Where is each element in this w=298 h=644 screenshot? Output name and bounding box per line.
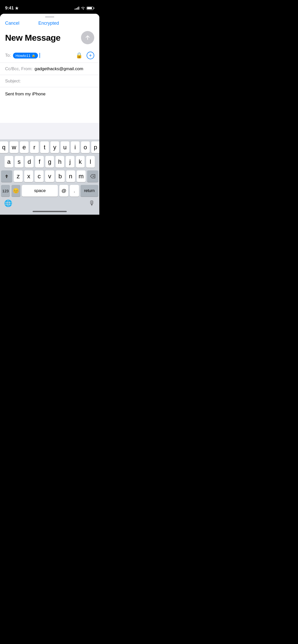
signal-bars (75, 7, 79, 10)
key-v[interactable]: v (45, 170, 54, 182)
body-signature: Sent from my iPhone (5, 91, 94, 97)
sheet-handle-area (0, 14, 99, 19)
recipient-chip[interactable]: Howto11 🔒 (13, 53, 38, 58)
encryption-lock-icon: 🔒 (76, 52, 83, 59)
home-bar (33, 211, 67, 212)
keyboard: q w e r t y u i o p a s d f g h j k (0, 139, 99, 215)
key-k[interactable]: k (76, 156, 85, 168)
keyboard-row-1: q w e r t y u i o p (1, 141, 98, 153)
status-time: 9:41 (5, 6, 19, 11)
to-field-row: To: Howto11 🔒 🔒 + (0, 48, 99, 63)
send-button[interactable] (81, 31, 94, 44)
keyboard-row-2: a s d f g h j k l (1, 156, 98, 168)
battery-icon (87, 7, 94, 10)
shift-key[interactable] (1, 170, 12, 182)
encrypted-title: Encrypted (38, 21, 59, 26)
time-label: 9:41 (5, 6, 14, 11)
body-area[interactable]: Sent from my iPhone (0, 87, 99, 123)
compose-sheet: Cancel Encrypted New Message To: Howto11… (0, 14, 99, 215)
to-field-actions: 🔒 + (76, 52, 94, 59)
cc-label: Cc/Bcc, From: (5, 66, 33, 71)
cc-field-row[interactable]: Cc/Bcc, From: gadgethacks@gmail.com (0, 63, 99, 75)
subject-field-row[interactable]: Subject: (0, 75, 99, 87)
key-c[interactable]: c (35, 170, 44, 182)
wifi-icon (81, 7, 85, 10)
key-h[interactable]: h (56, 156, 64, 168)
keyboard-row-3: z x c v b n m (1, 170, 98, 182)
key-a[interactable]: a (5, 156, 13, 168)
home-indicator (0, 209, 99, 215)
key-q[interactable]: q (0, 141, 8, 153)
key-g[interactable]: g (45, 156, 54, 168)
key-z[interactable]: z (14, 170, 23, 182)
key-x[interactable]: x (24, 170, 33, 182)
key-f[interactable]: f (35, 156, 44, 168)
key-n[interactable]: n (66, 170, 75, 182)
recipient-name: Howto11 (16, 53, 31, 58)
subject-label: Subject: (5, 79, 21, 84)
key-b[interactable]: b (56, 170, 65, 182)
key-e[interactable]: e (20, 141, 29, 153)
key-i[interactable]: i (71, 141, 79, 153)
cc-field-value: gadgethacks@gmail.com (35, 66, 83, 71)
title-row: New Message (0, 29, 99, 48)
shift-icon (4, 174, 9, 179)
key-o[interactable]: o (81, 141, 90, 153)
to-label: To: (5, 53, 11, 58)
return-key[interactable]: return (80, 185, 98, 197)
status-icons (75, 7, 94, 10)
key-s[interactable]: s (15, 156, 23, 168)
text-cursor (39, 53, 40, 58)
key-d[interactable]: d (25, 156, 34, 168)
at-key[interactable]: @ (59, 185, 68, 197)
numbers-key[interactable]: 123 (1, 185, 10, 197)
keyboard-row-4: 123 😊 space @ . return (1, 185, 98, 197)
new-message-heading: New Message (5, 33, 61, 43)
form-area: To: Howto11 🔒 🔒 + Cc/Bcc, From: gadgetha… (0, 48, 99, 87)
key-y[interactable]: y (50, 141, 59, 153)
space-key[interactable]: space (22, 185, 58, 197)
sheet-handle (45, 16, 54, 18)
mic-icon[interactable]: 🎙 (89, 199, 95, 207)
cancel-button[interactable]: Cancel (5, 21, 19, 26)
keyboard-rows: q w e r t y u i o p a s d f g h j k (0, 139, 99, 198)
key-j[interactable]: j (66, 156, 74, 168)
recipient-lock-icon: 🔒 (32, 54, 35, 57)
keyboard-bottom-bar: 🌐 🎙 (0, 198, 99, 209)
key-m[interactable]: m (77, 170, 86, 182)
key-w[interactable]: w (10, 141, 18, 153)
emoji-key[interactable]: 😊 (11, 185, 20, 197)
key-t[interactable]: t (40, 141, 49, 153)
dot-key[interactable]: . (70, 185, 79, 197)
key-l[interactable]: l (86, 156, 95, 168)
send-arrow-icon (85, 35, 90, 40)
add-recipient-button[interactable]: + (87, 52, 94, 59)
globe-icon[interactable]: 🌐 (4, 199, 12, 207)
key-p[interactable]: p (91, 141, 99, 153)
delete-key[interactable] (87, 170, 98, 182)
location-icon (15, 6, 19, 10)
key-r[interactable]: r (30, 141, 39, 153)
compose-header: Cancel Encrypted (0, 19, 99, 29)
to-field-content[interactable]: Howto11 🔒 (13, 53, 76, 58)
key-u[interactable]: u (61, 141, 69, 153)
delete-icon (90, 174, 95, 178)
status-bar: 9:41 (0, 0, 99, 13)
